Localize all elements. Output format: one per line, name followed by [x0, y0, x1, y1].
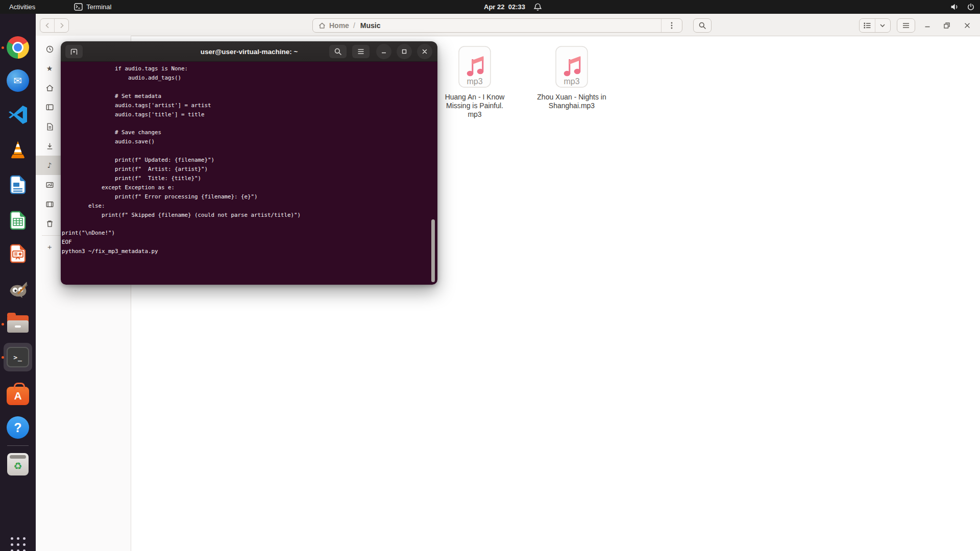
terminal-window: user@user-virtual-machine: ~ — [61, 41, 437, 285]
dock-item-vscode[interactable] — [0, 100, 36, 130]
file-item[interactable]: mp3Zhou Xuan - Nights inShanghai.mp3 — [523, 46, 620, 110]
terminal-menu-button[interactable] — [352, 45, 370, 58]
documents-icon — [45, 122, 54, 131]
volume-icon — [950, 3, 960, 11]
view-options-dropdown[interactable] — [875, 19, 891, 32]
dock-item-libreoffice-calc[interactable] — [0, 206, 36, 235]
new-tab-button[interactable] — [65, 45, 83, 58]
terminal-minimize-button[interactable] — [376, 44, 391, 59]
terminal-output: if audio.tags is None: audio.add_tags() … — [61, 62, 437, 256]
back-button[interactable] — [40, 19, 54, 32]
terminal-maximize-button[interactable] — [397, 44, 412, 59]
music-icon: ♪ — [45, 161, 54, 169]
close-icon — [421, 47, 429, 56]
breadcrumb-current[interactable]: Music — [355, 19, 385, 32]
hamburger-icon — [357, 48, 365, 55]
terminal-app-icon — [74, 3, 83, 11]
mp3-file-icon: mp3 — [458, 46, 491, 88]
restore-icon — [943, 21, 951, 30]
dock-item-vlc[interactable] — [0, 135, 36, 164]
dock-item-thunderbird[interactable]: ✉ — [0, 66, 36, 95]
search-icon — [698, 21, 706, 30]
dock-item-ubuntu-software[interactable]: A — [0, 379, 36, 409]
running-indicator — [2, 356, 4, 359]
app-grid-icon — [11, 537, 26, 551]
notification-bell-icon — [533, 3, 542, 11]
search-button[interactable] — [693, 18, 712, 33]
dock-item-files[interactable] — [0, 309, 36, 339]
list-view-button[interactable] — [860, 19, 875, 32]
clock-menu[interactable]: Apr 22 02:33 — [484, 0, 542, 14]
top-bar: Activities Terminal Apr 22 02:33 — [0, 0, 980, 14]
dock: ✉ >_A?♻ — [0, 14, 36, 551]
breadcrumb-root-label: Home — [329, 21, 349, 30]
help-icon: ? — [7, 416, 29, 439]
dock-item-gimp[interactable] — [0, 273, 36, 303]
maximize-icon — [400, 47, 408, 56]
focused-app-menu[interactable]: Terminal — [68, 0, 117, 14]
terminal-search-button[interactable] — [329, 45, 347, 58]
starred-icon: ★ — [45, 64, 54, 72]
activities-button[interactable]: Activities — [3, 0, 41, 14]
focused-app-label: Terminal — [86, 3, 111, 11]
svg-text:mp3: mp3 — [564, 77, 579, 86]
minimize-icon — [380, 47, 388, 56]
libreoffice-calc-icon — [9, 210, 27, 231]
dock-divider — [7, 445, 29, 446]
other-locations-icon: ＋ — [45, 243, 54, 252]
dock-item-terminal[interactable]: >_ — [0, 342, 36, 372]
terminal-screen[interactable]: if audio.tags is None: audio.add_tags() … — [61, 62, 437, 285]
power-icon — [967, 3, 975, 11]
system-status-menu[interactable] — [950, 0, 975, 14]
libreoffice-writer-icon — [9, 174, 27, 195]
breadcrumb-home[interactable]: Home — [313, 19, 353, 32]
hamburger-icon — [902, 21, 910, 30]
new-tab-icon — [70, 48, 78, 56]
files-minimize-button[interactable] — [921, 19, 934, 32]
svg-text:mp3: mp3 — [467, 77, 482, 86]
dock-item-trash[interactable]: ♻ — [0, 449, 36, 479]
files-close-button[interactable] — [961, 19, 973, 32]
dock-item-libreoffice-writer[interactable] — [0, 170, 36, 199]
dock-item-help[interactable]: ? — [0, 413, 36, 442]
dock-item-chrome[interactable] — [0, 33, 36, 62]
terminal-scrollbar[interactable] — [431, 219, 435, 282]
thunderbird-icon: ✉ — [7, 69, 29, 92]
forward-button[interactable] — [54, 19, 68, 32]
recent-icon — [45, 45, 54, 54]
home-icon — [318, 21, 326, 30]
trash-icon: ♻ — [7, 453, 29, 475]
running-indicator — [2, 46, 4, 49]
file-item[interactable]: mp3Huang An - I KnowMissing is Painful.m… — [426, 46, 523, 119]
history-buttons — [40, 18, 69, 33]
terminal-icon: >_ — [7, 347, 29, 367]
files-restore-button[interactable] — [941, 19, 953, 32]
dock-item-libreoffice-impress[interactable] — [0, 239, 36, 268]
ubuntu-software-icon: A — [7, 383, 29, 405]
chevron-down-icon — [879, 23, 886, 28]
files-icon — [7, 315, 29, 333]
terminal-title-bar[interactable]: user@user-virtual-machine: ~ — [61, 41, 437, 62]
chrome-icon — [7, 36, 29, 59]
kebab-icon — [671, 22, 673, 29]
home-icon — [45, 84, 54, 92]
file-name-label: Zhou Xuan - Nights inShanghai.mp3 — [537, 93, 606, 110]
list-view-icon — [863, 21, 871, 30]
location-menu-button[interactable] — [661, 19, 682, 32]
desktop-icon — [45, 103, 54, 112]
main-menu-button[interactable] — [897, 18, 915, 33]
minimize-icon — [923, 21, 932, 30]
show-applications-button[interactable] — [0, 530, 36, 551]
terminal-close-button[interactable] — [417, 44, 432, 59]
clock: Apr 22 02:33 — [484, 3, 525, 11]
search-icon — [334, 47, 342, 56]
videos-icon — [45, 200, 54, 209]
files-header-bar: Home / Music — [36, 14, 980, 36]
downloads-icon — [45, 142, 54, 151]
mp3-file-icon: mp3 — [555, 46, 588, 88]
vscode-icon — [8, 105, 28, 125]
breadcrumb: Home / Music — [312, 18, 682, 33]
libreoffice-impress-icon — [9, 243, 27, 264]
pictures-icon — [45, 181, 54, 189]
desktop: Activities Terminal Apr 22 02:33 — [0, 0, 980, 551]
